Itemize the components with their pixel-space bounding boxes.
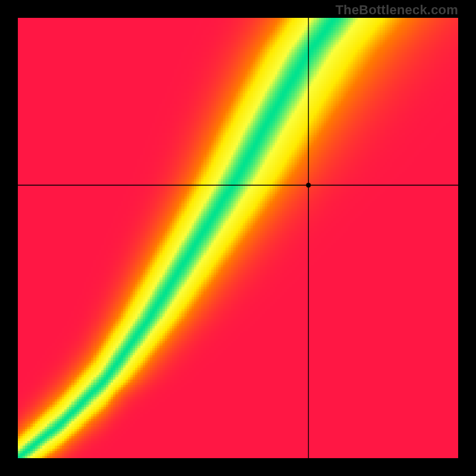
watermark-text: TheBottleneck.com — [336, 2, 458, 18]
overlay-canvas — [18, 18, 458, 458]
chart-frame: TheBottleneck.com — [0, 0, 476, 476]
